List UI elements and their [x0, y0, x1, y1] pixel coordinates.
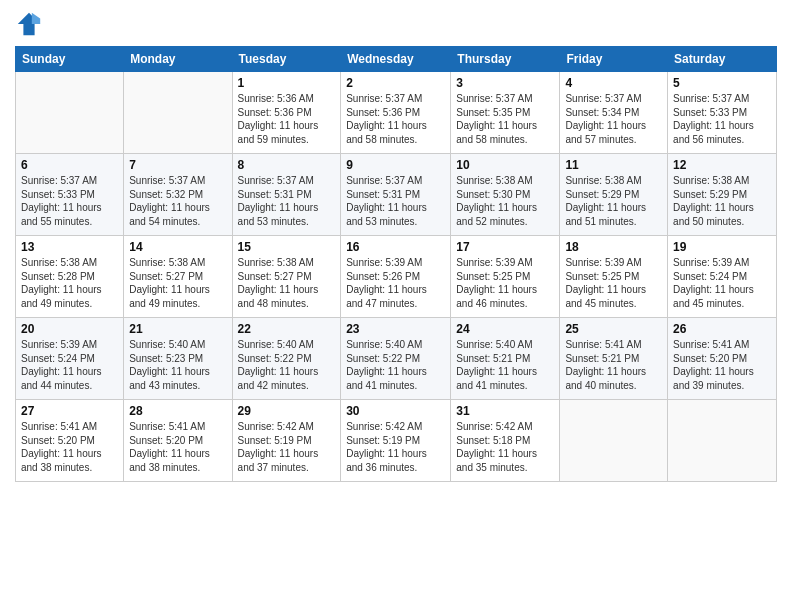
calendar-cell: 27Sunrise: 5:41 AMSunset: 5:20 PMDayligh…	[16, 400, 124, 482]
day-info: Sunrise: 5:41 AMSunset: 5:21 PMDaylight:…	[565, 338, 662, 392]
weekday-header-monday: Monday	[124, 47, 232, 72]
day-info: Sunrise: 5:38 AMSunset: 5:29 PMDaylight:…	[673, 174, 771, 228]
logo-icon	[15, 10, 43, 38]
day-info: Sunrise: 5:37 AMSunset: 5:35 PMDaylight:…	[456, 92, 554, 146]
header	[15, 10, 777, 38]
day-number: 27	[21, 404, 118, 418]
day-number: 9	[346, 158, 445, 172]
day-number: 30	[346, 404, 445, 418]
day-number: 20	[21, 322, 118, 336]
day-number: 19	[673, 240, 771, 254]
day-info: Sunrise: 5:40 AMSunset: 5:22 PMDaylight:…	[238, 338, 336, 392]
day-number: 17	[456, 240, 554, 254]
day-info: Sunrise: 5:40 AMSunset: 5:22 PMDaylight:…	[346, 338, 445, 392]
day-info: Sunrise: 5:37 AMSunset: 5:31 PMDaylight:…	[238, 174, 336, 228]
day-number: 28	[129, 404, 226, 418]
day-info: Sunrise: 5:38 AMSunset: 5:28 PMDaylight:…	[21, 256, 118, 310]
calendar-cell	[560, 400, 668, 482]
day-info: Sunrise: 5:42 AMSunset: 5:19 PMDaylight:…	[238, 420, 336, 474]
calendar-cell: 22Sunrise: 5:40 AMSunset: 5:22 PMDayligh…	[232, 318, 341, 400]
calendar-cell: 26Sunrise: 5:41 AMSunset: 5:20 PMDayligh…	[668, 318, 777, 400]
calendar-week-row: 20Sunrise: 5:39 AMSunset: 5:24 PMDayligh…	[16, 318, 777, 400]
day-info: Sunrise: 5:37 AMSunset: 5:34 PMDaylight:…	[565, 92, 662, 146]
day-info: Sunrise: 5:39 AMSunset: 5:24 PMDaylight:…	[673, 256, 771, 310]
calendar-cell: 1Sunrise: 5:36 AMSunset: 5:36 PMDaylight…	[232, 72, 341, 154]
calendar-cell: 11Sunrise: 5:38 AMSunset: 5:29 PMDayligh…	[560, 154, 668, 236]
weekday-header-thursday: Thursday	[451, 47, 560, 72]
calendar-week-row: 13Sunrise: 5:38 AMSunset: 5:28 PMDayligh…	[16, 236, 777, 318]
day-number: 14	[129, 240, 226, 254]
day-info: Sunrise: 5:42 AMSunset: 5:18 PMDaylight:…	[456, 420, 554, 474]
day-info: Sunrise: 5:39 AMSunset: 5:26 PMDaylight:…	[346, 256, 445, 310]
day-info: Sunrise: 5:40 AMSunset: 5:23 PMDaylight:…	[129, 338, 226, 392]
day-number: 11	[565, 158, 662, 172]
calendar-week-row: 6Sunrise: 5:37 AMSunset: 5:33 PMDaylight…	[16, 154, 777, 236]
day-info: Sunrise: 5:38 AMSunset: 5:30 PMDaylight:…	[456, 174, 554, 228]
day-info: Sunrise: 5:39 AMSunset: 5:25 PMDaylight:…	[456, 256, 554, 310]
calendar-cell: 7Sunrise: 5:37 AMSunset: 5:32 PMDaylight…	[124, 154, 232, 236]
calendar-cell: 18Sunrise: 5:39 AMSunset: 5:25 PMDayligh…	[560, 236, 668, 318]
weekday-header-saturday: Saturday	[668, 47, 777, 72]
day-info: Sunrise: 5:38 AMSunset: 5:27 PMDaylight:…	[238, 256, 336, 310]
calendar-cell: 23Sunrise: 5:40 AMSunset: 5:22 PMDayligh…	[341, 318, 451, 400]
weekday-header-sunday: Sunday	[16, 47, 124, 72]
calendar-cell: 3Sunrise: 5:37 AMSunset: 5:35 PMDaylight…	[451, 72, 560, 154]
day-number: 6	[21, 158, 118, 172]
page: SundayMondayTuesdayWednesdayThursdayFrid…	[0, 0, 792, 612]
calendar-cell: 5Sunrise: 5:37 AMSunset: 5:33 PMDaylight…	[668, 72, 777, 154]
day-number: 21	[129, 322, 226, 336]
calendar-week-row: 27Sunrise: 5:41 AMSunset: 5:20 PMDayligh…	[16, 400, 777, 482]
weekday-header-tuesday: Tuesday	[232, 47, 341, 72]
day-number: 5	[673, 76, 771, 90]
weekday-header-friday: Friday	[560, 47, 668, 72]
day-info: Sunrise: 5:38 AMSunset: 5:29 PMDaylight:…	[565, 174, 662, 228]
calendar-cell: 31Sunrise: 5:42 AMSunset: 5:18 PMDayligh…	[451, 400, 560, 482]
day-number: 22	[238, 322, 336, 336]
day-info: Sunrise: 5:39 AMSunset: 5:24 PMDaylight:…	[21, 338, 118, 392]
day-info: Sunrise: 5:37 AMSunset: 5:31 PMDaylight:…	[346, 174, 445, 228]
calendar-cell: 19Sunrise: 5:39 AMSunset: 5:24 PMDayligh…	[668, 236, 777, 318]
day-number: 31	[456, 404, 554, 418]
day-info: Sunrise: 5:38 AMSunset: 5:27 PMDaylight:…	[129, 256, 226, 310]
calendar-cell: 17Sunrise: 5:39 AMSunset: 5:25 PMDayligh…	[451, 236, 560, 318]
day-number: 1	[238, 76, 336, 90]
day-number: 10	[456, 158, 554, 172]
calendar-cell: 25Sunrise: 5:41 AMSunset: 5:21 PMDayligh…	[560, 318, 668, 400]
day-info: Sunrise: 5:39 AMSunset: 5:25 PMDaylight:…	[565, 256, 662, 310]
day-number: 2	[346, 76, 445, 90]
day-number: 8	[238, 158, 336, 172]
calendar-cell: 8Sunrise: 5:37 AMSunset: 5:31 PMDaylight…	[232, 154, 341, 236]
calendar-cell: 2Sunrise: 5:37 AMSunset: 5:36 PMDaylight…	[341, 72, 451, 154]
calendar-cell: 14Sunrise: 5:38 AMSunset: 5:27 PMDayligh…	[124, 236, 232, 318]
calendar-cell: 28Sunrise: 5:41 AMSunset: 5:20 PMDayligh…	[124, 400, 232, 482]
calendar-table: SundayMondayTuesdayWednesdayThursdayFrid…	[15, 46, 777, 482]
calendar-cell: 6Sunrise: 5:37 AMSunset: 5:33 PMDaylight…	[16, 154, 124, 236]
calendar-cell: 29Sunrise: 5:42 AMSunset: 5:19 PMDayligh…	[232, 400, 341, 482]
day-number: 25	[565, 322, 662, 336]
calendar-header-row: SundayMondayTuesdayWednesdayThursdayFrid…	[16, 47, 777, 72]
day-info: Sunrise: 5:37 AMSunset: 5:33 PMDaylight:…	[673, 92, 771, 146]
calendar-cell: 16Sunrise: 5:39 AMSunset: 5:26 PMDayligh…	[341, 236, 451, 318]
day-info: Sunrise: 5:37 AMSunset: 5:33 PMDaylight:…	[21, 174, 118, 228]
day-info: Sunrise: 5:36 AMSunset: 5:36 PMDaylight:…	[238, 92, 336, 146]
day-number: 23	[346, 322, 445, 336]
calendar-cell: 21Sunrise: 5:40 AMSunset: 5:23 PMDayligh…	[124, 318, 232, 400]
calendar-cell	[668, 400, 777, 482]
calendar-cell	[16, 72, 124, 154]
day-number: 15	[238, 240, 336, 254]
day-info: Sunrise: 5:37 AMSunset: 5:36 PMDaylight:…	[346, 92, 445, 146]
day-info: Sunrise: 5:41 AMSunset: 5:20 PMDaylight:…	[673, 338, 771, 392]
calendar-cell: 30Sunrise: 5:42 AMSunset: 5:19 PMDayligh…	[341, 400, 451, 482]
day-number: 3	[456, 76, 554, 90]
calendar-cell: 4Sunrise: 5:37 AMSunset: 5:34 PMDaylight…	[560, 72, 668, 154]
logo	[15, 10, 47, 38]
day-number: 12	[673, 158, 771, 172]
calendar-cell: 9Sunrise: 5:37 AMSunset: 5:31 PMDaylight…	[341, 154, 451, 236]
calendar-cell: 13Sunrise: 5:38 AMSunset: 5:28 PMDayligh…	[16, 236, 124, 318]
day-number: 24	[456, 322, 554, 336]
day-number: 16	[346, 240, 445, 254]
day-number: 26	[673, 322, 771, 336]
calendar-cell: 12Sunrise: 5:38 AMSunset: 5:29 PMDayligh…	[668, 154, 777, 236]
day-info: Sunrise: 5:40 AMSunset: 5:21 PMDaylight:…	[456, 338, 554, 392]
day-number: 13	[21, 240, 118, 254]
